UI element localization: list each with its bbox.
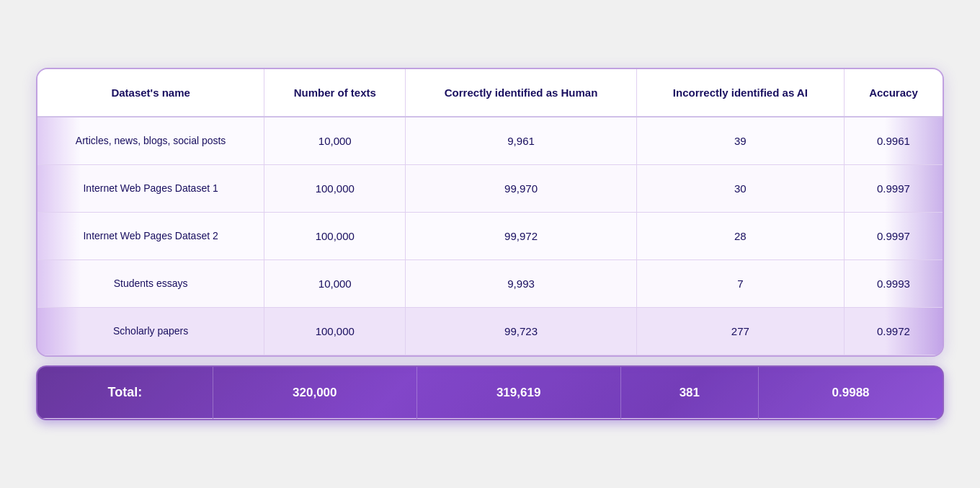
total-table: Total: 320,000 319,619 381 0.9988 [37,367,943,419]
total-bar: Total: 320,000 319,619 381 0.9988 [36,365,944,420]
cell-count: 100,000 [264,165,406,213]
total-label: Total: [37,367,213,419]
table-row: Internet Web Pages Dataset 1 100,000 99,… [37,165,943,213]
cell-correct: 99,723 [406,308,636,355]
cell-count: 100,000 [264,213,406,260]
total-count: 320,000 [213,367,416,419]
outer-wrapper: Dataset's name Number of texts Correctly… [22,53,958,435]
cell-accuracy: 0.9997 [844,165,943,213]
cell-incorrect: 39 [636,117,844,165]
cell-correct: 9,961 [406,117,636,165]
total-row: Total: 320,000 319,619 381 0.9988 [37,367,943,419]
total-accuracy: 0.9988 [759,367,943,419]
total-correct: 319,619 [416,367,620,419]
cell-count: 10,000 [264,117,406,165]
cell-dataset-name: Articles, news, blogs, social posts [37,117,264,165]
cell-dataset-name: Internet Web Pages Dataset 1 [37,165,264,213]
cell-accuracy: 0.9961 [844,117,943,165]
cell-incorrect: 30 [636,165,844,213]
cell-correct: 99,972 [406,213,636,260]
cell-count: 100,000 [264,308,406,355]
cell-dataset-name: Internet Web Pages Dataset 2 [37,213,264,260]
table-header-row: Dataset's name Number of texts Correctly… [37,69,943,117]
col-incorrectly-identified: Incorrectly identified as AI [636,69,844,117]
total-incorrect: 381 [620,367,759,419]
table-row: Internet Web Pages Dataset 2 100,000 99,… [37,213,943,260]
data-table-card: Dataset's name Number of texts Correctly… [36,68,944,357]
cell-dataset-name: Scholarly papers [37,308,264,355]
col-correctly-identified: Correctly identified as Human [406,69,636,117]
cell-incorrect: 277 [636,308,844,355]
cell-accuracy: 0.9997 [844,213,943,260]
cell-accuracy: 0.9993 [844,260,943,308]
table-row: Articles, news, blogs, social posts 10,0… [37,117,943,165]
cell-incorrect: 28 [636,213,844,260]
cell-count: 10,000 [264,260,406,308]
col-dataset-name: Dataset's name [37,69,264,117]
cell-dataset-name: Students essays [37,260,264,308]
col-accuracy: Accuracy [844,69,943,117]
cell-correct: 9,993 [406,260,636,308]
cell-accuracy: 0.9972 [844,308,943,355]
cell-correct: 99,970 [406,165,636,213]
table-row: Scholarly papers 100,000 99,723 277 0.99… [37,308,943,355]
table-row: Students essays 10,000 9,993 7 0.9993 [37,260,943,308]
data-table: Dataset's name Number of texts Correctly… [37,69,943,355]
col-number-texts: Number of texts [264,69,406,117]
cell-incorrect: 7 [636,260,844,308]
